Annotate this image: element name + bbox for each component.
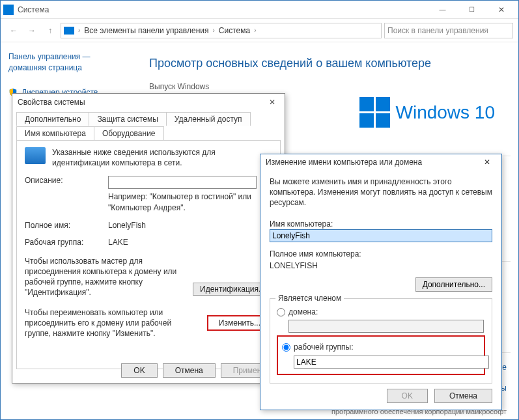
domain-radio-row[interactable]: домена: [277,307,485,317]
system-properties-dialog: Свойства системы Дополнительно Защита си… [12,93,285,384]
page-heading: Просмотр основных сведений о вашем компь… [149,57,507,70]
nav-up-button[interactable]: ↑ [42,23,58,38]
description-hint: Например: "Компьютер в гостиной" или "Ко… [108,191,272,212]
cancel-button[interactable]: Отмена [163,363,216,378]
tab-row-top: Дополнительно Защита системы Удаленный д… [12,112,285,126]
tab-computer-name[interactable]: Имя компьютера [16,126,94,140]
crumb-item[interactable]: Система [219,26,250,35]
dialog-button-bar: OK Отмена Примени [121,363,278,378]
domain-input [288,320,484,333]
dialog-close-button[interactable] [265,95,279,109]
additional-button[interactable]: Дополнительно... [415,277,492,292]
workgroup-label: рабочей группы: [294,342,353,352]
ok-button[interactable]: OK [121,363,157,378]
workgroup-radio-row[interactable]: рабочей группы: [282,342,480,352]
intro-text: Вы можете изменить имя и принадлежность … [270,176,492,208]
close-button[interactable] [486,1,516,19]
maximize-button[interactable] [457,1,486,19]
member-legend: Является членом [275,293,344,303]
panel-description: Указанные ниже сведения используются для… [52,147,272,168]
titlebar[interactable]: Система [1,1,518,19]
description-label: Описание: [25,176,102,185]
computer-name-input[interactable] [270,229,492,242]
window-title: Система [18,5,49,14]
tab-advanced[interactable]: Дополнительно [16,112,89,126]
cp-home-link[interactable]: Панель управления — домашняя страница [8,51,130,74]
fullname-value: LonelyFish [108,221,146,230]
nav-forward-button[interactable]: → [24,23,40,38]
ok-button[interactable]: OK [387,389,428,403]
fullname-label: Полное имя: [25,221,102,230]
dialog-button-bar: OK Отмена [387,389,492,403]
breadcrumb[interactable]: › Все элементы панели управления › Систе… [61,23,382,38]
dialog-title: Свойства системы [18,98,85,107]
cancel-button[interactable]: Отмена [434,389,492,403]
workgroup-value: LAKE [108,238,128,247]
identify-text: Чтобы использовать мастер для присоедине… [25,256,188,298]
edition-label: Выпуск Windows [149,82,507,91]
toolbar: ← → ↑ › Все элементы панели управления ›… [1,19,518,42]
windows-logo-text: Windows 10 [395,102,495,123]
change-text: Чтобы переименовать компьютер или присое… [25,307,188,339]
windows-logo: Windows 10 [359,97,495,128]
full-name-value: LONELYFISH [270,260,492,271]
workgroup-highlight: рабочей группы: [277,335,485,374]
tab-protection[interactable]: Защита системы [89,112,166,126]
pc-icon [64,27,74,35]
dialog-titlebar[interactable]: Изменение имени компьютера или домена [260,154,501,170]
tab-remote[interactable]: Удаленный доступ [166,112,251,126]
member-group: Является членом домена: рабочей группы: [270,298,492,383]
name-domain-dialog: Изменение имени компьютера или домена Вы… [260,154,502,410]
nav-back-button[interactable]: ← [6,23,21,38]
tab-panel: Указанные ниже сведения используются для… [16,140,281,369]
dialog-titlebar[interactable]: Свойства системы [12,94,285,111]
workgroup-label: Рабочая группа: [25,238,102,247]
crumb-item[interactable]: Все элементы панели управления [84,26,208,35]
workgroup-radio[interactable] [282,343,290,352]
description-input[interactable] [108,176,257,189]
full-name-label: Полное имя компьютера: [270,249,492,259]
domain-label: домена: [288,307,318,317]
computer-icon [25,147,46,164]
tab-row-bottom: Имя компьютера Оборудование [12,126,285,140]
dialog-close-button[interactable] [478,156,496,169]
tab-hardware[interactable]: Оборудование [94,126,164,140]
dialog-title: Изменение имени компьютера или домена [266,158,422,167]
search-placeholder: Поиск в панели управления [387,26,488,35]
minimize-button[interactable] [428,1,457,19]
domain-radio[interactable] [277,308,285,316]
search-input[interactable]: Поиск в панели управления [384,23,513,38]
computer-name-label: Имя компьютера: [270,219,492,229]
windows-logo-icon [359,97,390,128]
workgroup-input[interactable] [294,356,489,369]
system-icon [3,5,14,15]
